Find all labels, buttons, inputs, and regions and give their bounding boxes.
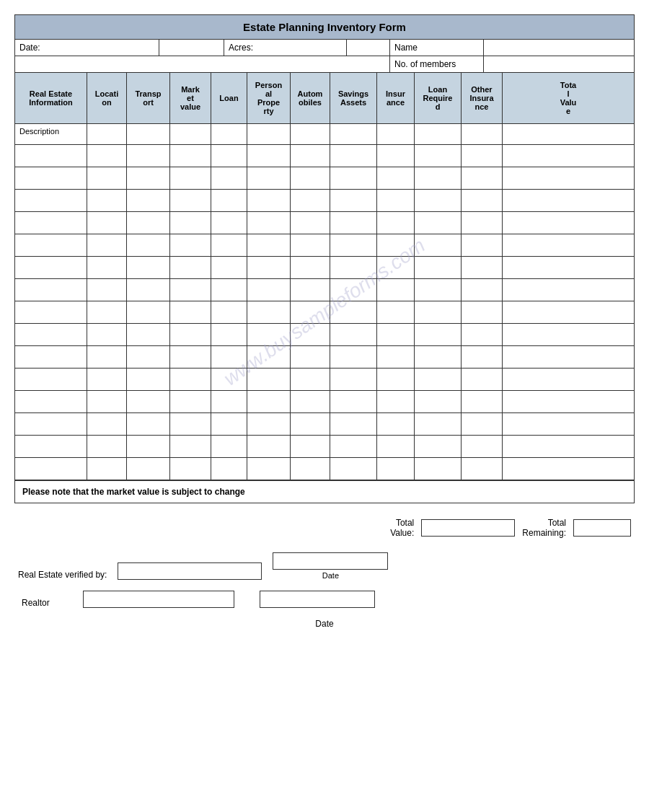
desc-loan[interactable] <box>211 124 247 144</box>
col-total-value: TotalValue <box>503 73 634 123</box>
bottom-date-label: Date <box>315 619 333 629</box>
col-loan: Loan <box>211 73 247 123</box>
desc-loc[interactable] <box>87 124 127 144</box>
table-row <box>15 167 634 190</box>
col-insurance: Insurance <box>377 73 415 123</box>
realtor-date-input[interactable] <box>260 591 375 608</box>
desc-loan-req[interactable] <box>415 124 462 144</box>
acres-label: Acres: <box>224 40 347 56</box>
desc-label: Description <box>15 124 87 144</box>
desc-insurance[interactable] <box>377 124 415 144</box>
total-remaining-input[interactable] <box>573 519 631 537</box>
col-personal-property: PersonalProperty <box>247 73 291 123</box>
data-table: www.buysampleforms.com <box>15 145 634 480</box>
realtor-row: Realtor <box>22 591 631 608</box>
desc-auto[interactable] <box>291 124 330 144</box>
below-form-section: TotalValue: TotalRemaining: Real Estate … <box>14 518 635 629</box>
description-row: Description <box>15 124 634 145</box>
table-row <box>15 346 634 369</box>
total-value-input[interactable] <box>421 519 515 537</box>
estate-planning-form: Estate Planning Inventory Form Date: Acr… <box>14 14 635 503</box>
table-row <box>15 458 634 480</box>
col-other-insurance: OtherInsurance <box>462 73 503 123</box>
real-estate-label: Real Estate verified by: <box>18 570 107 580</box>
desc-transport[interactable] <box>127 124 170 144</box>
col-loan-required: LoanRequired <box>415 73 462 123</box>
date-value[interactable] <box>159 40 224 56</box>
col-market-value: Marketvalue <box>170 73 211 123</box>
total-value-label: TotalValue: <box>390 518 414 538</box>
table-row <box>15 301 634 324</box>
no-members-value[interactable] <box>484 56 634 72</box>
market-value-note: Please note that the market value is sub… <box>15 481 634 503</box>
col-location: Location <box>87 73 127 123</box>
table-row <box>15 413 634 436</box>
table-row <box>15 391 634 413</box>
no-members-label: No. of members <box>390 56 484 72</box>
bottom-date: Date <box>18 619 631 629</box>
realtor-name-input[interactable] <box>83 591 234 608</box>
spacer-cell <box>15 56 390 72</box>
real-estate-verified-input[interactable] <box>118 562 262 580</box>
table-row <box>15 279 634 301</box>
acres-value[interactable] <box>347 40 390 56</box>
name-value[interactable] <box>484 40 634 56</box>
total-remaining-label: TotalRemaining: <box>522 518 566 538</box>
table-row <box>15 212 634 234</box>
table-row <box>15 257 634 279</box>
date-field-group: Date <box>273 552 388 580</box>
col-real-estate: Real EstateInformation <box>15 73 87 123</box>
note-container: Please note that the market value is sub… <box>15 480 634 503</box>
date-label: Date: <box>15 40 159 56</box>
table-row <box>15 145 634 167</box>
table-row <box>15 324 634 346</box>
table-row <box>15 369 634 391</box>
desc-savings[interactable] <box>330 124 377 144</box>
form-title: Estate Planning Inventory Form <box>15 15 634 40</box>
real-estate-verified-row: Real Estate verified by: Date <box>18 552 631 580</box>
totals-row: TotalValue: TotalRemaining: <box>18 518 631 538</box>
realtor-label: Realtor <box>22 598 61 608</box>
date-field-label: Date <box>322 571 339 580</box>
table-row <box>15 436 634 458</box>
column-headers: Real EstateInformation Location Transpor… <box>15 73 634 124</box>
desc-total[interactable] <box>503 124 634 144</box>
col-savings-assets: SavingsAssets <box>330 73 377 123</box>
desc-personal[interactable] <box>247 124 291 144</box>
name-label: Name <box>390 40 484 56</box>
col-automobiles: Automobiles <box>291 73 330 123</box>
desc-market[interactable] <box>170 124 211 144</box>
table-row <box>15 234 634 257</box>
header-row-1: Date: Acres: Name <box>15 40 634 56</box>
col-transport: Transport <box>127 73 170 123</box>
table-row <box>15 190 634 212</box>
real-estate-date-input[interactable] <box>273 552 388 570</box>
desc-other-ins[interactable] <box>462 124 503 144</box>
header-row-2: No. of members <box>15 56 634 73</box>
